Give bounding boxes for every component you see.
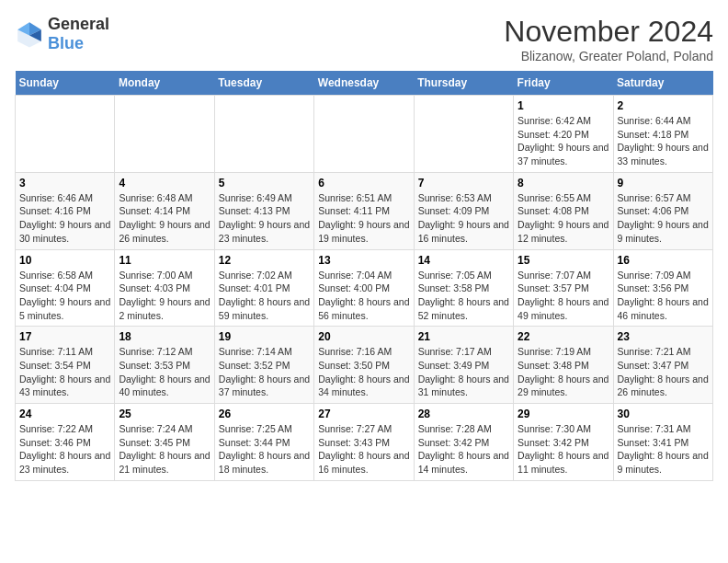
day-detail: Sunrise: 6:53 AMSunset: 4:09 PMDaylight:… — [418, 191, 509, 246]
day-number: 10 — [19, 254, 110, 267]
day-number: 24 — [19, 408, 110, 420]
day-detail: Sunrise: 7:11 AMSunset: 3:54 PMDaylight:… — [19, 345, 110, 399]
day-detail: Sunrise: 7:00 AMSunset: 4:03 PMDaylight:… — [119, 269, 210, 323]
day-number: 3 — [19, 177, 110, 190]
calendar-cell — [314, 96, 414, 173]
day-detail: Sunrise: 6:42 AMSunset: 4:20 PMDaylight:… — [518, 114, 609, 168]
logo-icon — [15, 19, 44, 49]
page-header: General Blue November 2024 Blizanow, Gre… — [15, 15, 713, 63]
calendar-cell: 2 Sunrise: 6:44 AMSunset: 4:18 PMDayligh… — [613, 96, 712, 173]
calendar-cell: 27 Sunrise: 7:27 AMSunset: 3:43 PMDaylig… — [314, 404, 414, 481]
day-number: 22 — [518, 330, 609, 343]
calendar-table: SundayMondayTuesdayWednesdayThursdayFrid… — [15, 71, 713, 481]
day-number: 4 — [119, 177, 210, 190]
day-number: 23 — [618, 330, 709, 343]
weekday-header-wednesday: Wednesday — [314, 71, 414, 96]
calendar-cell: 11 Sunrise: 7:00 AMSunset: 4:03 PMDaylig… — [115, 249, 214, 327]
day-detail: Sunrise: 6:57 AMSunset: 4:06 PMDaylight:… — [618, 191, 709, 246]
day-detail: Sunrise: 6:58 AMSunset: 4:04 PMDaylight:… — [19, 269, 110, 323]
calendar-cell: 26 Sunrise: 7:25 AMSunset: 3:44 PMDaylig… — [214, 404, 313, 481]
calendar-cell — [414, 96, 513, 173]
day-detail: Sunrise: 7:07 AMSunset: 3:57 PMDaylight:… — [518, 269, 609, 323]
calendar-cell: 8 Sunrise: 6:55 AMSunset: 4:08 PMDayligh… — [514, 172, 613, 249]
weekday-header-saturday: Saturday — [613, 71, 712, 96]
logo: General Blue — [15, 15, 109, 53]
day-number: 25 — [119, 408, 210, 420]
day-number: 30 — [618, 408, 709, 420]
day-detail: Sunrise: 6:51 AMSunset: 4:11 PMDaylight:… — [318, 191, 409, 246]
day-detail: Sunrise: 7:19 AMSunset: 3:48 PMDaylight:… — [518, 345, 609, 399]
calendar-cell: 12 Sunrise: 7:02 AMSunset: 4:01 PMDaylig… — [214, 249, 313, 327]
calendar-cell: 13 Sunrise: 7:04 AMSunset: 4:00 PMDaylig… — [314, 249, 414, 327]
day-number: 18 — [119, 330, 210, 343]
logo-blue: Blue — [48, 34, 84, 52]
logo-general: General — [48, 15, 109, 33]
day-detail: Sunrise: 7:21 AMSunset: 3:47 PMDaylight:… — [618, 345, 709, 399]
logo-text: General Blue — [48, 15, 109, 53]
weekday-header-sunday: Sunday — [16, 71, 115, 96]
day-number: 13 — [318, 254, 409, 267]
title-area: November 2024 Blizanow, Greater Poland, … — [504, 15, 713, 63]
day-detail: Sunrise: 6:48 AMSunset: 4:14 PMDaylight:… — [119, 191, 210, 246]
day-detail: Sunrise: 7:22 AMSunset: 3:46 PMDaylight:… — [19, 422, 110, 477]
day-number: 16 — [618, 254, 709, 267]
day-detail: Sunrise: 7:17 AMSunset: 3:49 PMDaylight:… — [418, 345, 509, 399]
day-detail: Sunrise: 7:28 AMSunset: 3:42 PMDaylight:… — [418, 422, 509, 477]
day-detail: Sunrise: 7:16 AMSunset: 3:50 PMDaylight:… — [318, 345, 409, 399]
calendar-cell: 17 Sunrise: 7:11 AMSunset: 3:54 PMDaylig… — [16, 327, 115, 404]
day-detail: Sunrise: 7:04 AMSunset: 4:00 PMDaylight:… — [318, 269, 409, 323]
weekday-header-friday: Friday — [514, 71, 613, 96]
day-number: 28 — [418, 408, 509, 420]
calendar-cell — [16, 96, 115, 173]
calendar-cell: 19 Sunrise: 7:14 AMSunset: 3:52 PMDaylig… — [214, 327, 313, 404]
week-row-4: 17 Sunrise: 7:11 AMSunset: 3:54 PMDaylig… — [16, 327, 713, 404]
calendar-cell: 3 Sunrise: 6:46 AMSunset: 4:16 PMDayligh… — [16, 172, 115, 249]
calendar-cell: 22 Sunrise: 7:19 AMSunset: 3:48 PMDaylig… — [514, 327, 613, 404]
day-number: 12 — [219, 254, 310, 267]
day-number: 9 — [618, 177, 709, 190]
calendar-cell: 25 Sunrise: 7:24 AMSunset: 3:45 PMDaylig… — [115, 404, 214, 481]
calendar-cell — [214, 96, 313, 173]
day-number: 11 — [119, 254, 210, 267]
day-number: 2 — [618, 99, 709, 112]
day-detail: Sunrise: 7:30 AMSunset: 3:42 PMDaylight:… — [518, 422, 609, 477]
day-detail: Sunrise: 6:44 AMSunset: 4:18 PMDaylight:… — [618, 114, 709, 168]
day-number: 5 — [219, 177, 310, 190]
day-detail: Sunrise: 7:31 AMSunset: 3:41 PMDaylight:… — [618, 422, 709, 477]
day-number: 14 — [418, 254, 509, 267]
week-row-1: 1 Sunrise: 6:42 AMSunset: 4:20 PMDayligh… — [16, 96, 713, 173]
calendar-cell: 4 Sunrise: 6:48 AMSunset: 4:14 PMDayligh… — [115, 172, 214, 249]
day-number: 1 — [518, 99, 609, 112]
day-number: 27 — [318, 408, 409, 420]
calendar-cell: 20 Sunrise: 7:16 AMSunset: 3:50 PMDaylig… — [314, 327, 414, 404]
day-detail: Sunrise: 7:14 AMSunset: 3:52 PMDaylight:… — [219, 345, 310, 399]
calendar-cell: 24 Sunrise: 7:22 AMSunset: 3:46 PMDaylig… — [16, 404, 115, 481]
calendar-cell: 29 Sunrise: 7:30 AMSunset: 3:42 PMDaylig… — [514, 404, 613, 481]
month-title: November 2024 — [504, 15, 713, 49]
day-number: 20 — [318, 330, 409, 343]
week-row-5: 24 Sunrise: 7:22 AMSunset: 3:46 PMDaylig… — [16, 404, 713, 481]
day-detail: Sunrise: 7:05 AMSunset: 3:58 PMDaylight:… — [418, 269, 509, 323]
calendar-cell: 15 Sunrise: 7:07 AMSunset: 3:57 PMDaylig… — [514, 249, 613, 327]
calendar-cell: 23 Sunrise: 7:21 AMSunset: 3:47 PMDaylig… — [613, 327, 712, 404]
calendar-cell: 9 Sunrise: 6:57 AMSunset: 4:06 PMDayligh… — [613, 172, 712, 249]
week-row-3: 10 Sunrise: 6:58 AMSunset: 4:04 PMDaylig… — [16, 249, 713, 327]
day-detail: Sunrise: 7:24 AMSunset: 3:45 PMDaylight:… — [119, 422, 210, 477]
weekday-header-monday: Monday — [115, 71, 214, 96]
day-number: 19 — [219, 330, 310, 343]
day-number: 17 — [19, 330, 110, 343]
calendar-cell: 1 Sunrise: 6:42 AMSunset: 4:20 PMDayligh… — [514, 96, 613, 173]
calendar-cell: 16 Sunrise: 7:09 AMSunset: 3:56 PMDaylig… — [613, 249, 712, 327]
day-detail: Sunrise: 6:46 AMSunset: 4:16 PMDaylight:… — [19, 191, 110, 246]
calendar-cell: 21 Sunrise: 7:17 AMSunset: 3:49 PMDaylig… — [414, 327, 513, 404]
calendar-cell: 30 Sunrise: 7:31 AMSunset: 3:41 PMDaylig… — [613, 404, 712, 481]
location: Blizanow, Greater Poland, Poland — [504, 49, 713, 63]
day-number: 6 — [318, 177, 409, 190]
day-detail: Sunrise: 7:27 AMSunset: 3:43 PMDaylight:… — [318, 422, 409, 477]
day-number: 7 — [418, 177, 509, 190]
day-number: 26 — [219, 408, 310, 420]
day-number: 8 — [518, 177, 609, 190]
day-detail: Sunrise: 6:49 AMSunset: 4:13 PMDaylight:… — [219, 191, 310, 246]
calendar-cell: 18 Sunrise: 7:12 AMSunset: 3:53 PMDaylig… — [115, 327, 214, 404]
day-detail: Sunrise: 7:09 AMSunset: 3:56 PMDaylight:… — [618, 269, 709, 323]
